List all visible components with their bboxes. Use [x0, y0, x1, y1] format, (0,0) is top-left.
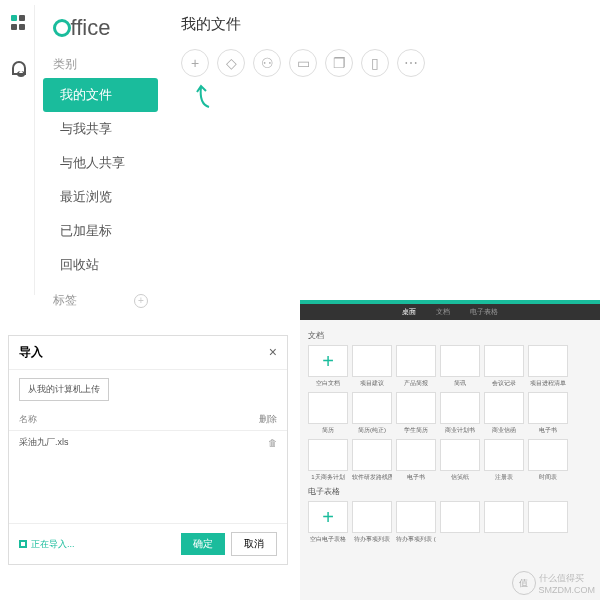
copy-icon[interactable]: ❐: [325, 49, 353, 77]
main-area: 我的文件 + ◇ ⚇ ▭ ❐ ▯ ⋯: [166, 5, 440, 295]
tag-icon[interactable]: ◇: [217, 49, 245, 77]
dialog-title: 导入: [19, 344, 43, 361]
cancel-button[interactable]: 取消: [231, 532, 277, 556]
toolbar: + ◇ ⚇ ▭ ❐ ▯ ⋯: [181, 49, 425, 77]
template-card[interactable]: 待办事项列表: [352, 501, 392, 544]
template-card[interactable]: 产品简报: [396, 345, 436, 388]
add-button[interactable]: +: [181, 49, 209, 77]
template-card[interactable]: 电子书: [528, 392, 568, 435]
section-sheets: 电子表格: [308, 486, 592, 497]
page-title: 我的文件: [181, 15, 425, 34]
trash-icon[interactable]: 🗑: [268, 438, 277, 448]
brand-logo: ffice: [35, 15, 167, 51]
upload-from-computer-button[interactable]: 从我的计算机上传: [19, 378, 109, 401]
tags-label: 标签+: [35, 282, 167, 319]
table-header: 名称删除: [9, 409, 287, 431]
template-card[interactable]: +空白电子表格: [308, 501, 348, 544]
template-card[interactable]: 商业计划书: [440, 392, 480, 435]
template-card[interactable]: 注册表: [484, 439, 524, 482]
sidebar: ffice 类别 我的文件 与我共享 与他人共享 最近浏览 已加星标 回收站 标…: [35, 5, 167, 295]
import-dialog: 导入 × 从我的计算机上传 名称删除 采油九厂.xls 🗑 正在导入... 确定…: [8, 335, 288, 565]
template-card[interactable]: 项目进程清单: [528, 345, 568, 388]
close-icon[interactable]: ×: [269, 344, 277, 361]
more-icon[interactable]: ⋯: [397, 49, 425, 77]
nav-shared-with-others[interactable]: 与他人共享: [35, 146, 167, 180]
nav-shared-with-me[interactable]: 与我共享: [35, 112, 167, 146]
nav-starred[interactable]: 已加星标: [35, 214, 167, 248]
templates-panel: 桌面 文档 电子表格 文档 +空白文档项目建议产品简报简讯会议记录项目进程清单 …: [300, 300, 600, 600]
template-card[interactable]: 简讯: [440, 345, 480, 388]
template-card[interactable]: +空白文档: [308, 345, 348, 388]
template-card[interactable]: 信笺纸: [440, 439, 480, 482]
file-name: 采油九厂.xls: [19, 436, 268, 449]
watermark: 值 什么值得买SMZDM.COM: [512, 571, 596, 595]
table-row: 采油九厂.xls 🗑: [9, 431, 287, 454]
delete-icon[interactable]: ▯: [361, 49, 389, 77]
template-card[interactable]: 时间表: [528, 439, 568, 482]
template-card[interactable]: 1天商务计划: [308, 439, 348, 482]
template-card[interactable]: [440, 501, 480, 544]
nav-my-files[interactable]: 我的文件: [43, 78, 159, 112]
left-rail: [5, 5, 35, 295]
template-card[interactable]: 会议记录: [484, 345, 524, 388]
template-tabs: 桌面 文档 电子表格: [300, 304, 600, 320]
template-card[interactable]: 简历: [308, 392, 348, 435]
tab-docs[interactable]: 文档: [436, 307, 450, 317]
template-card[interactable]: 简历(纯正): [352, 392, 392, 435]
hint-arrow-icon: [191, 82, 425, 116]
nav-trash[interactable]: 回收站: [35, 248, 167, 282]
template-card[interactable]: 商业信函: [484, 392, 524, 435]
ok-button[interactable]: 确定: [181, 533, 225, 555]
template-card[interactable]: 软件研发路线图: [352, 439, 392, 482]
template-card[interactable]: [484, 501, 524, 544]
tab-desktop[interactable]: 桌面: [402, 307, 416, 317]
share-icon[interactable]: ⚇: [253, 49, 281, 77]
template-card[interactable]: [528, 501, 568, 544]
template-card[interactable]: 项目建议: [352, 345, 392, 388]
nav-recent[interactable]: 最近浏览: [35, 180, 167, 214]
apps-icon[interactable]: [11, 15, 27, 31]
loading-status: 正在导入...: [19, 538, 75, 551]
add-tag-icon[interactable]: +: [134, 294, 148, 308]
template-card[interactable]: 学生简历: [396, 392, 436, 435]
bell-icon[interactable]: [12, 61, 26, 75]
folder-icon[interactable]: ▭: [289, 49, 317, 77]
category-label: 类别: [35, 51, 167, 78]
tab-sheets[interactable]: 电子表格: [470, 307, 498, 317]
template-card[interactable]: 待办事项列表 (专业): [396, 501, 436, 544]
section-docs: 文档: [308, 330, 592, 341]
template-card[interactable]: 电子书: [396, 439, 436, 482]
file-manager-panel: ffice 类别 我的文件 与我共享 与他人共享 最近浏览 已加星标 回收站 标…: [5, 5, 440, 295]
